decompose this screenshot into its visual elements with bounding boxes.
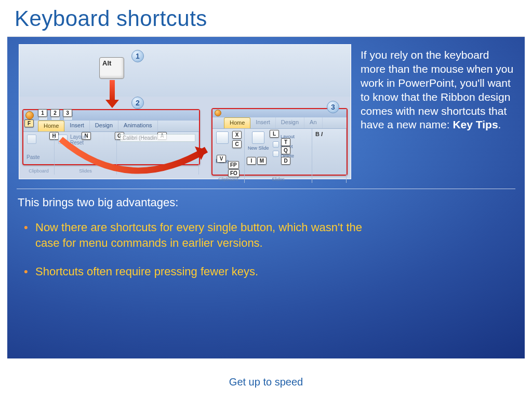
alt-key: Alt bbox=[99, 57, 124, 79]
slide-title: Keyboard shortcuts bbox=[15, 6, 207, 31]
keytip-v: V bbox=[217, 155, 226, 163]
newslide-label: New Slide bbox=[248, 145, 269, 151]
keytip-qat-1: 1 bbox=[38, 109, 47, 117]
subheading: This brings two big advantages: bbox=[18, 196, 178, 209]
keytip-x: X bbox=[232, 131, 242, 139]
keytip-office: F bbox=[24, 119, 34, 127]
group-clipboard-r: Clipboard bbox=[216, 177, 241, 182]
tab-home: Home bbox=[38, 121, 64, 131]
keytip-fo: FO bbox=[228, 169, 240, 177]
paste-icon bbox=[216, 131, 229, 144]
tab-design-r: Design bbox=[276, 117, 304, 128]
keytip-i: I bbox=[247, 157, 256, 165]
font-box: Calibri (Headin bbox=[120, 134, 195, 142]
paste-icon bbox=[27, 135, 36, 144]
keytip-qat-2: 2 bbox=[50, 109, 60, 117]
arrow-down-icon bbox=[110, 80, 115, 101]
tab-insert: Insert bbox=[64, 121, 90, 131]
tab-home-r: Home bbox=[224, 117, 250, 128]
keytip-q: Q bbox=[281, 147, 290, 154]
newslide-icon bbox=[58, 135, 68, 144]
intro-paragraph: If you rely on the keyboard more than th… bbox=[361, 48, 515, 132]
tab-design: Design bbox=[90, 121, 118, 131]
tab-animations: Animations bbox=[118, 121, 157, 131]
keyboard-bg bbox=[19, 45, 351, 97]
bullet-2: Shortcuts often require pressing fewer k… bbox=[22, 264, 365, 280]
office-button-icon bbox=[215, 110, 221, 116]
callout-1: 1 bbox=[131, 50, 144, 62]
layout-label: Layout bbox=[70, 134, 86, 140]
group-slides-r: Slides bbox=[248, 177, 309, 182]
illustration: Alt 1 2 F 1 2 3 Home In bbox=[19, 44, 351, 179]
ribbon-panel-left: F 1 2 3 Home Insert Design Animations H … bbox=[22, 109, 200, 165]
ribbon-tabs-left: Home Insert Design Animations bbox=[23, 121, 199, 132]
reset-icon bbox=[273, 141, 279, 148]
keytip-l: L bbox=[270, 130, 279, 138]
callout-2: 2 bbox=[131, 97, 144, 109]
slide-body: Alt 1 2 F 1 2 3 Home In bbox=[7, 36, 525, 358]
tab-insert-r: Insert bbox=[250, 117, 276, 128]
divider bbox=[17, 189, 515, 189]
keytip-fp: FP bbox=[228, 161, 239, 169]
ribbon-panel-right: Home Insert Design An Paste X C V FP FO … bbox=[211, 108, 348, 176]
keytip-t: T bbox=[281, 138, 290, 146]
keytip-d: D bbox=[281, 157, 290, 165]
bullet-list: Now there are shortcuts for every single… bbox=[22, 220, 365, 293]
office-button-icon bbox=[25, 111, 34, 119]
intro-post: . bbox=[498, 118, 501, 130]
intro-bold: Key Tips bbox=[453, 118, 498, 130]
tab-an-r: An bbox=[304, 117, 322, 128]
group-slides: Slides bbox=[58, 168, 113, 174]
keytip-c: C bbox=[232, 140, 242, 148]
ribbon-tabs-right: Home Insert Design An bbox=[212, 117, 347, 129]
reset-label: Reset bbox=[70, 140, 86, 145]
paste-label: Paste bbox=[26, 154, 51, 160]
footer-text: Get up to speed bbox=[0, 376, 532, 388]
delete-icon bbox=[273, 151, 279, 157]
keytip-m: M bbox=[257, 157, 267, 165]
callout-3: 3 bbox=[327, 101, 339, 113]
newslide-icon bbox=[252, 131, 264, 144]
slide: Keyboard shortcuts Alt 1 2 F 1 2 3 bbox=[0, 0, 532, 399]
group-clipboard: Clipboard bbox=[26, 168, 51, 174]
keytip-qat-3: 3 bbox=[63, 109, 72, 117]
bullet-1: Now there are shortcuts for every single… bbox=[22, 220, 365, 250]
